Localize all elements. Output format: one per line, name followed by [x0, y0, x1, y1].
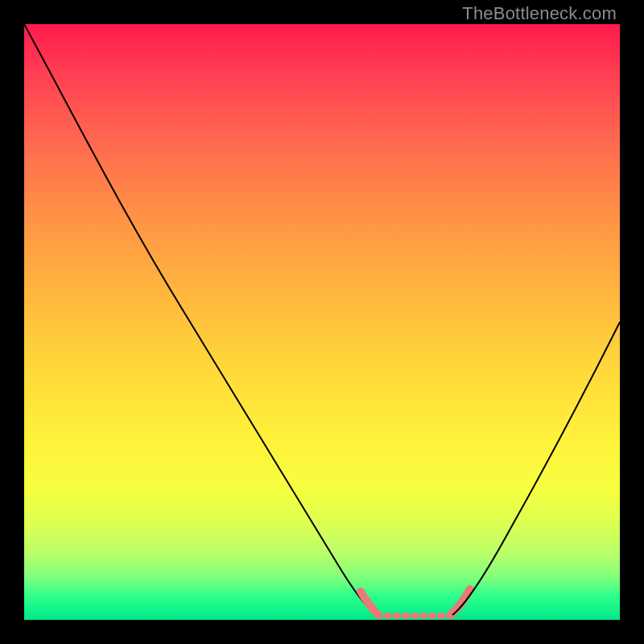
watermark-text: TheBottleneck.com — [462, 3, 617, 24]
right-curve-highlight — [451, 589, 470, 614]
chart-svg — [24, 24, 620, 620]
right-curve — [452, 322, 620, 615]
plot-area — [24, 24, 620, 620]
left-curve — [24, 24, 377, 614]
left-curve-highlight — [361, 592, 377, 613]
chart-frame: TheBottleneck.com — [0, 0, 644, 644]
